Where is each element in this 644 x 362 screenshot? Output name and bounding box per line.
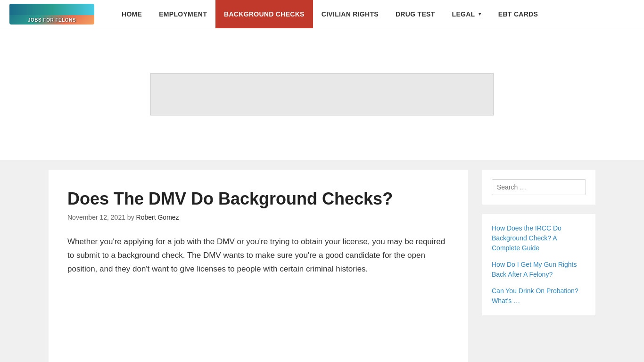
- content-area: Does The DMV Do Background Checks? Novem…: [39, 160, 605, 362]
- article-paragraph: Whether you're applying for a job with t…: [67, 235, 449, 276]
- article: Does The DMV Do Background Checks? Novem…: [49, 170, 468, 362]
- site-header: HOME EMPLOYMENT BACKGROUND CHECKS CIVILI…: [0, 0, 644, 28]
- search-input-wrap: [492, 179, 586, 195]
- sidebar: How Does the IRCC Do Background Check? A…: [482, 170, 595, 362]
- search-input[interactable]: [492, 180, 586, 195]
- nav-background-checks[interactable]: BACKGROUND CHECKS: [215, 0, 313, 28]
- logo-image: [9, 4, 94, 25]
- article-by: by: [127, 214, 136, 221]
- main-navigation: HOME EMPLOYMENT BACKGROUND CHECKS CIVILI…: [113, 0, 635, 28]
- sidebar-link-1[interactable]: How Does the IRCC Do Background Check? A…: [492, 223, 586, 253]
- sidebar-link-3[interactable]: Can You Drink On Probation? What's …: [492, 286, 586, 306]
- nav-civilian-rights[interactable]: CIVILIAN RIGHTS: [313, 0, 387, 28]
- article-meta: November 12, 2021 by Robert Gomez: [67, 214, 449, 221]
- chevron-down-icon: ▾: [479, 11, 481, 16]
- article-title: Does The DMV Do Background Checks?: [67, 189, 449, 209]
- nav-home[interactable]: HOME: [113, 0, 150, 28]
- ad-banner-area: [0, 28, 644, 160]
- nav-drug-test[interactable]: DRUG TEST: [387, 0, 444, 28]
- article-date: November 12, 2021: [67, 214, 125, 221]
- nav-legal[interactable]: LEGAL ▾: [444, 0, 490, 28]
- nav-employment[interactable]: EMPLOYMENT: [150, 0, 215, 28]
- site-logo[interactable]: [9, 4, 94, 25]
- sidebar-links-widget: How Does the IRCC Do Background Check? A…: [482, 214, 595, 315]
- advertisement: [150, 73, 494, 115]
- sidebar-search-widget: [482, 170, 595, 205]
- sidebar-link-2[interactable]: How Do I Get My Gun Rights Back After A …: [492, 260, 586, 280]
- article-body: Whether you're applying for a job with t…: [67, 235, 449, 276]
- article-author[interactable]: Robert Gomez: [136, 214, 179, 221]
- nav-ebt-cards[interactable]: EBT CARDS: [490, 0, 546, 28]
